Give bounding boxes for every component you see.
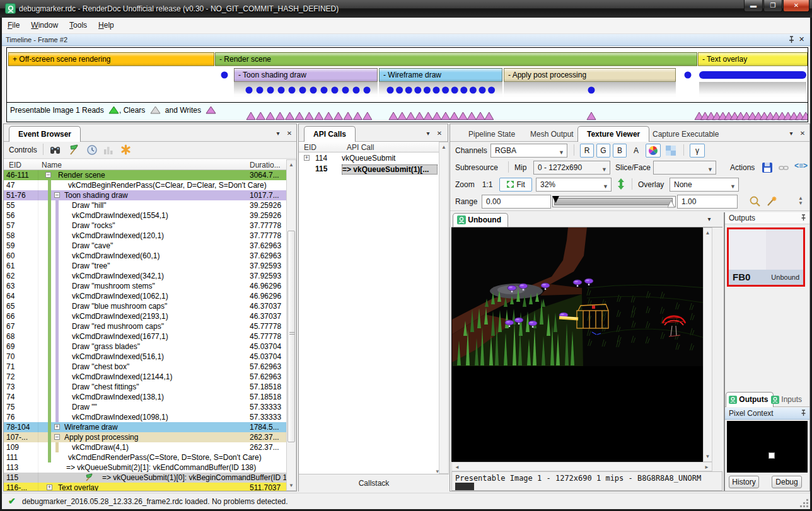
event-row[interactable]: 70vkCmdDrawIndexed(516,1)45.03704: [4, 352, 286, 362]
flip-vertical-icon[interactable]: [617, 178, 625, 192]
expander-expand[interactable]: +: [47, 485, 52, 490]
panel-menu-icon[interactable]: ▾: [274, 129, 282, 138]
event-row[interactable]: 60vkCmdDrawIndexed(60,1)37.62963: [4, 251, 286, 261]
api-table-header[interactable]: EID API Call: [299, 142, 439, 152]
tab-event-browser[interactable]: Event Browser: [9, 126, 81, 142]
event-row[interactable]: 74vkCmdDrawIndexed(138,1)57.18518: [4, 392, 286, 402]
channels-select[interactable]: RGBA▼: [490, 144, 567, 158]
timeline-marker---toon-shading-draw[interactable]: - Toon shading draw: [234, 68, 378, 82]
panel-close-icon[interactable]: ✕: [435, 129, 444, 138]
maximize-button[interactable]: ❐: [763, 0, 782, 12]
texture-viewport[interactable]: ▲▼: [451, 227, 712, 462]
tab-api-calls[interactable]: API Calls: [304, 126, 356, 142]
api-calls-scrollbar[interactable]: ▲: [439, 142, 449, 474]
event-row[interactable]: 46-111–Render scene3064.7...: [4, 170, 286, 180]
menu-tools[interactable]: Tools: [64, 18, 93, 33]
panel-menu-icon[interactable]: ▾: [787, 129, 796, 138]
output-thumbnail-fb0[interactable]: FB0 Unbound: [727, 227, 805, 287]
menu-help[interactable]: Help: [93, 18, 120, 33]
overlay-select[interactable]: None▼: [670, 178, 739, 192]
range-slider[interactable]: [552, 196, 676, 207]
event-browser-scrollbar[interactable]: ▲ ▼: [286, 159, 296, 491]
slice-face-select[interactable]: ▼: [653, 161, 716, 175]
event-row[interactable]: 115=> vkQueueSubmit(1)[0]: vkBeginComman…: [4, 473, 286, 483]
zoom-1to1-button[interactable]: 1:1: [478, 178, 497, 192]
tab-texture-viewer[interactable]: Texture Viewer: [577, 126, 649, 142]
event-row[interactable]: 69Draw "grass blades"45.03704: [4, 342, 286, 352]
history-button[interactable]: History: [729, 476, 759, 488]
time-events-icon[interactable]: [86, 144, 98, 158]
scrollbar-thumb[interactable]: [287, 231, 295, 442]
find-event-icon[interactable]: [49, 144, 62, 158]
expander-expand[interactable]: +: [304, 155, 310, 161]
event-row[interactable]: 109vkCmdDraw(4,1)262.37...: [4, 442, 286, 452]
zoom-fit-button[interactable]: Fit: [499, 178, 532, 192]
timeline-marker---apply-post-processing[interactable]: - Apply post processing: [504, 68, 676, 82]
menu-file[interactable]: File: [2, 18, 25, 33]
pin-icon[interactable]: [800, 409, 807, 419]
zoom-percent-combo[interactable]: 32%▼: [536, 178, 612, 192]
event-row[interactable]: 111vkCmdEndRenderPass(C=Store, D=Store, …: [4, 452, 286, 462]
event-row[interactable]: 62vkCmdDrawIndexed(342,1)37.92593: [4, 271, 286, 281]
tab-pipeline-state[interactable]: Pipeline State: [459, 126, 525, 142]
timeline-body[interactable]: + Off-screen scene rendering- Render sce…: [6, 47, 808, 103]
pin-icon[interactable]: [787, 35, 795, 45]
goto-event-icon[interactable]: [68, 144, 81, 158]
event-row[interactable]: 72vkCmdDrawIndexed(12144,1)57.62963: [4, 372, 286, 382]
expander-collapse[interactable]: –: [54, 192, 60, 198]
toolbar-overflow-icon[interactable]: ▲▼: [798, 196, 803, 206]
zoom-range-icon[interactable]: [749, 195, 761, 210]
event-row[interactable]: 58vkCmdDrawIndexed(120,1)37.77778: [4, 231, 286, 241]
event-table-header[interactable]: EID Name Duratio...: [4, 159, 286, 170]
gamma-button[interactable]: γ: [690, 144, 705, 158]
tab-outputs[interactable]: Outputs: [726, 392, 774, 407]
channel-r-button[interactable]: R: [580, 144, 594, 158]
event-row[interactable]: 113=> vkQueueSubmit(2)[1]: vkEndCommandB…: [4, 462, 286, 473]
timeline-marker---wireframe-draw[interactable]: - Wireframe draw: [379, 68, 502, 82]
debug-button[interactable]: Debug: [772, 476, 802, 488]
range-max-input[interactable]: 1.00: [677, 195, 738, 209]
color-wheel-icon[interactable]: [646, 144, 661, 158]
event-row[interactable]: 67Draw "red mushroom caps"45.77778: [4, 321, 286, 331]
api-call-row[interactable]: +114vkQueueSubmit: [299, 152, 439, 163]
tab-capture-executable[interactable]: Capture Executable: [643, 126, 728, 142]
event-row[interactable]: 59Draw "cave"37.62963: [4, 241, 286, 251]
expander-expand[interactable]: +: [54, 424, 60, 430]
autofit-wand-icon[interactable]: [765, 195, 777, 210]
event-row[interactable]: 57Draw "rocks"37.77778: [4, 221, 286, 231]
channel-g-button[interactable]: G: [596, 144, 610, 158]
panel-close-icon[interactable]: ✕: [798, 129, 807, 138]
panel-close-icon[interactable]: ✕: [285, 129, 294, 138]
event-row[interactable]: 64vkCmdDrawIndexed(1062,1)46.96296: [4, 291, 286, 301]
mip-select[interactable]: 0 - 1272x690▼: [533, 161, 610, 175]
channel-b-button[interactable]: B: [613, 144, 627, 158]
save-texture-icon[interactable]: [762, 162, 773, 176]
viewport-hscrollbar[interactable]: ◄►: [451, 462, 712, 471]
resize-grip[interactable]: [800, 499, 809, 508]
close-icon[interactable]: ✕: [799, 35, 804, 43]
texture-tab-menu-icon[interactable]: ▾: [705, 215, 714, 224]
expander-collapse[interactable]: –: [45, 172, 51, 178]
event-row[interactable]: 55Draw "hill"39.25926: [4, 200, 286, 210]
viewport-vscrollbar[interactable]: ▲▼: [703, 227, 712, 462]
alpha-checkerboard-icon[interactable]: [663, 144, 678, 158]
event-row[interactable]: 107-...–Apply post processing262.37...: [4, 432, 286, 442]
collapse-icon[interactable]: ▾: [300, 468, 439, 474]
tab-texture-unbound[interactable]: Unbound: [453, 213, 508, 227]
event-row[interactable]: 61Draw "tree"37.92593: [4, 261, 286, 271]
range-min-input[interactable]: 0.00: [482, 195, 551, 209]
event-row[interactable]: 51-76–Toon shading draw1017.7...: [4, 190, 286, 200]
event-row[interactable]: 76vkCmdDrawIndexed(1098,1)57.33333: [4, 412, 286, 422]
timeline-marker---text-overlay[interactable]: - Text overlay: [698, 52, 808, 66]
expander-collapse[interactable]: –: [54, 434, 60, 440]
channel-a-button[interactable]: A: [629, 144, 643, 158]
minimize-button[interactable]: ▬: [744, 0, 763, 12]
panel-menu-icon[interactable]: ▾: [424, 129, 432, 138]
event-row[interactable]: 47vkCmdBeginRenderPass(C=Clear, D=Clear,…: [4, 180, 286, 190]
pin-icon[interactable]: [800, 214, 807, 224]
timeline-marker---off-screen-scene-rendering[interactable]: + Off-screen scene rendering: [8, 52, 214, 66]
event-row[interactable]: 71Draw "chest box"57.62963: [4, 362, 286, 372]
event-table[interactable]: 46-111–Render scene3064.7...47vkCmdBegin…: [4, 170, 286, 491]
event-row[interactable]: 68vkCmdDrawIndexed(1677,1)45.77778: [4, 331, 286, 342]
tab-mesh-output[interactable]: Mesh Output: [521, 126, 583, 142]
